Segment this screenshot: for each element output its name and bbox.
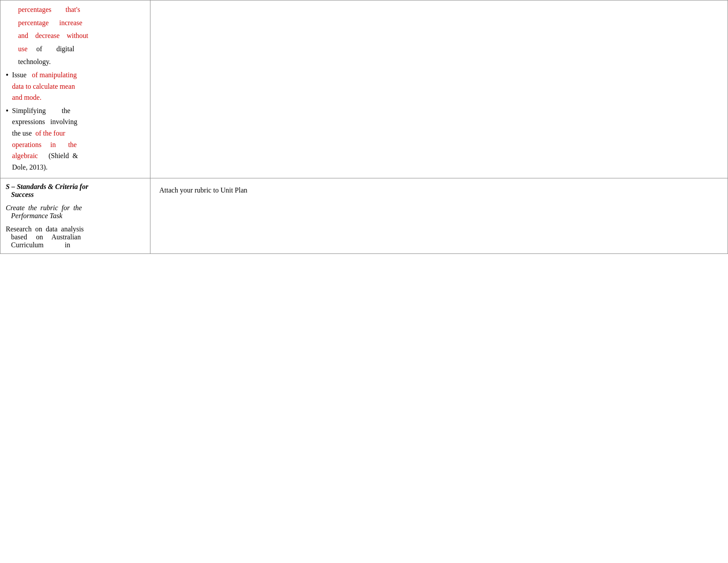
word-operations: operations [12,141,41,148]
line-percentage-increase: percentage increase [6,17,145,29]
word-increase: increase [59,19,82,26]
spacer-2 [6,220,145,225]
word-dole-2013: Dole, 2013). [12,163,47,171]
left-column-standards: S – Standards & Criteria for Success Cre… [0,178,150,254]
line-technology: technology. [6,56,145,68]
standards-criteria-label: Standards & Criteria for [17,183,88,190]
word-of-1: of [36,45,42,53]
word-and: and [18,32,28,39]
word-technology: technology. [18,58,51,65]
bullet1-line3: and mode. [12,92,145,103]
bullet-content-2: Simplifying the expressions involving th… [12,105,145,173]
word-thats: that's [66,6,80,13]
word-of-manipulating: of manipulating [32,71,77,79]
word-the-use: the use [12,129,34,137]
research-line1: Research on data analysis [6,225,145,233]
bullet2-line6: Dole, 2013). [12,162,145,173]
s-dash: – [11,183,17,190]
bullet-item-2: • Simplifying the expressions involving [6,105,145,173]
bullet2-line2: expressions involving [12,116,145,128]
bullet2-line1: Simplifying the [12,105,145,117]
line-percentages: percentages that's [6,4,145,15]
create-rubric-text: Create the rubric for the [6,204,82,212]
word-of-the-four: of the four [35,129,65,137]
attach-rubric-label: Attach your rubric to Unit Plan [159,186,248,194]
create-rubric-line2: Performance Task [6,212,145,220]
bullet2-line5: algebraic (Shield & [12,150,145,162]
right-column-standards: Attach your rubric to Unit Plan [150,178,728,254]
performance-task-label: Performance Task [6,212,62,219]
line-and-decrease-without: and decrease without [6,30,145,42]
bullet1-line1: Issue of manipulating [12,69,145,81]
word-the-1: the [62,107,71,114]
create-rubric-line1: Create the rubric for the [6,204,145,212]
word-in: in [50,141,56,148]
word-algebraic: algebraic [12,152,38,159]
word-decrease: decrease [35,32,60,39]
left-column-top: percentages that's percentage increase a… [0,0,150,178]
word-without: without [67,32,88,39]
research-line3: Curriculum in [6,241,145,249]
standards-label-line2: Success [6,191,145,199]
s-label: S [6,183,10,190]
main-table: percentages that's percentage increase a… [0,0,728,254]
bullet1-line2: data to calculate mean [12,81,145,92]
bullet-list: • Issue of manipulating data to calculat… [6,69,145,173]
word-issue: Issue [12,71,26,79]
bullet2-line3: the use of the four [12,128,145,139]
word-shield-and: (Shield & [49,152,78,159]
attach-rubric-text: Attach your rubric to Unit Plan [156,183,722,198]
bullet-dot-2: • [6,106,8,116]
curriculum-in: Curriculum in [6,241,70,249]
word-data-calculate-mean: data to calculate mean [12,83,75,90]
bullet-content-1: Issue of manipulating data to calculate … [12,69,145,103]
word-percentages: percentages [18,6,52,13]
word-digital: digital [56,45,75,53]
right-column-top [150,0,728,178]
research-data-analysis: Research on data analysis [6,225,84,233]
based-on-australian: based on Australian [6,233,81,241]
word-use: use [18,45,27,53]
spacer-1 [6,199,145,204]
standards-label-line1: S – Standards & Criteria for [6,183,145,191]
word-and-mode: and mode. [12,94,41,101]
bullet2-line4: operations in the [12,139,145,151]
word-expressions-involving: expressions involving [12,118,77,125]
standards-row: S – Standards & Criteria for Success Cre… [0,178,728,254]
line-use-of-digital: use of digital [6,43,145,55]
word-simplifying: Simplifying [12,107,45,114]
word-percentage: percentage [18,19,49,26]
bullet-item-1: • Issue of manipulating data to calculat… [6,69,145,103]
success-label: Success [6,191,34,198]
research-line2: based on Australian [6,233,145,241]
bullet-dot-1: • [6,70,8,80]
word-the-2: the [68,141,77,148]
top-content-row: percentages that's percentage increase a… [0,0,728,178]
page-container: percentages that's percentage increase a… [0,0,728,563]
